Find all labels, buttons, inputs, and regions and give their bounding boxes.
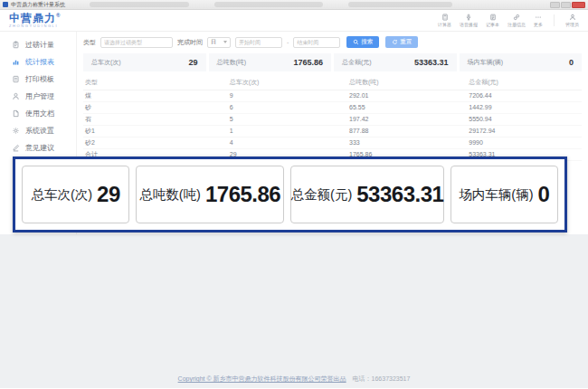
search-icon (353, 39, 359, 45)
app-header: 中营鼎力® ZHONGYUDINGLI 计算器 语音播报 记事本 注册信息 更多… (0, 10, 588, 32)
action-label: 语音播报 (460, 22, 478, 27)
gear-icon (12, 127, 20, 135)
microphone-icon (465, 14, 472, 21)
column-header-amount: 总金额(元) (467, 76, 582, 90)
user-label: 管理员 (565, 22, 579, 27)
sidebar-item-label: 系统设置 (25, 126, 54, 136)
refresh-icon (392, 39, 398, 45)
logo-subtitle: ZHONGYUDINGLI (9, 24, 61, 28)
sidebar-item-print-template[interactable]: 打印模板 (0, 71, 76, 88)
cell-tonnage: 197.42 (347, 113, 467, 125)
search-button[interactable]: 搜索 (346, 36, 379, 48)
overlay-stat-vehicles-onsite: 场内车辆(辆) 0 (450, 166, 558, 223)
cell-trips: 1 (228, 125, 347, 137)
maximize-button[interactable] (561, 2, 571, 8)
overlay-stat-value: 53363.31 (356, 182, 443, 207)
overlay-stat-label: 总金额(元) (291, 186, 353, 204)
cell-type: 砂 (83, 101, 228, 113)
cell-tonnage: 292.01 (347, 90, 467, 101)
registration-action[interactable]: 注册信息 (507, 14, 526, 27)
cell-type: 砂2 (83, 137, 228, 148)
document-icon (12, 109, 20, 118)
calculator-icon (441, 14, 449, 21)
header-actions: 计算器 语音播报 记事本 注册信息 更多 管理员 (438, 14, 579, 27)
sidebar-item-label: 用户管理 (25, 91, 54, 101)
logo-text: 中营鼎力 (9, 12, 56, 24)
cell-tonnage: 333 (347, 137, 467, 148)
stats-bar: 总车次(次) 29 总吨数(吨) 1765.86 总金额(元) 53363.31… (83, 53, 582, 71)
action-label: 更多 (534, 22, 543, 27)
cell-amount: 5550.94 (467, 113, 582, 125)
sidebar-item-documentation[interactable]: 使用文档 (0, 105, 76, 122)
overlay-stat-label: 总车次(次) (31, 186, 92, 204)
user-icon (569, 14, 576, 21)
stat-label: 总金额(元) (342, 58, 372, 67)
background-window-shape (214, 2, 323, 7)
notepad-action[interactable]: 记事本 (486, 14, 499, 27)
stat-total-trips: 总车次(次) 29 (83, 53, 206, 71)
cell-tonnage: 65.55 (347, 101, 467, 113)
reset-button[interactable]: 重置 (385, 36, 418, 48)
footer-copyright-link[interactable]: Copyright © 新乡市中营鼎力软件科技股份有限公司荣誉出品 (178, 375, 346, 382)
time-unit-select[interactable]: 日 (207, 37, 231, 48)
voice-broadcast-action[interactable]: 语音播报 (460, 14, 478, 27)
sidebar-item-user-management[interactable]: 用户管理 (0, 88, 76, 105)
overlay-stat-total-amount: 总金额(元) 53363.31 (290, 166, 444, 223)
action-label: 注册信息 (507, 22, 526, 27)
overlay-stat-label: 总吨数(吨) (139, 186, 201, 204)
table-row: 砂2 4 333 9990 (83, 137, 582, 148)
time-unit-value: 日 (211, 38, 216, 46)
more-action[interactable]: 更多 (534, 14, 543, 27)
action-label: 计算器 (438, 22, 451, 27)
sidebar-item-weighing[interactable]: 过磅计量 (0, 36, 76, 53)
cell-type: 砂1 (83, 125, 228, 137)
stat-label: 场内车辆(辆) (468, 58, 504, 67)
window-title: 中营鼎力称重计量系统 (11, 1, 65, 9)
reset-button-label: 重置 (400, 38, 412, 46)
stat-total-tonnage: 总吨数(吨) 1765.86 (209, 53, 332, 71)
column-header-trips: 总车次(次) (228, 76, 347, 90)
close-button[interactable] (572, 2, 585, 8)
end-time-input[interactable] (293, 37, 340, 48)
link-icon (513, 14, 520, 21)
calculator-action[interactable]: 计算器 (438, 14, 451, 27)
cell-amount: 9990 (467, 137, 582, 148)
sidebar-item-label: 意见建议 (25, 143, 54, 153)
weighing-type-select[interactable] (100, 37, 173, 48)
start-time-input[interactable] (235, 37, 282, 48)
sidebar-item-settings[interactable]: 系统设置 (0, 122, 76, 139)
statistics-table: 类型 总车次(次) 总吨数(吨) 总金额(元) 煤 9 292.01 7206.… (83, 76, 582, 161)
app-icon (3, 2, 8, 7)
admin-user-menu[interactable]: 管理员 (565, 14, 579, 27)
cell-trips: 6 (228, 101, 347, 113)
sidebar-item-feedback[interactable]: 意见建议 (0, 139, 76, 157)
cell-trips: 4 (228, 137, 347, 148)
notepad-icon (489, 14, 497, 21)
edit-icon (12, 144, 20, 152)
more-icon (535, 14, 542, 21)
completion-time-label: 完成时间 (177, 38, 203, 47)
magnified-stats-overlay: 总车次(次) 29 总吨数(吨) 1765.86 总金额(元) 53363.31… (13, 157, 567, 232)
footer-phone: 电话：16637323517 (353, 375, 411, 382)
type-filter-label: 类型 (83, 38, 96, 47)
sidebar-item-statistics[interactable]: 统计报表 (0, 53, 76, 71)
user-icon (12, 92, 20, 100)
column-header-tonnage: 总吨数(吨) (347, 76, 467, 90)
stat-value: 0 (569, 58, 574, 67)
cell-trips: 9 (228, 90, 347, 101)
cell-amount: 29172.94 (467, 125, 582, 137)
overlay-stat-total-trips: 总车次(次) 29 (22, 166, 129, 223)
overlay-stat-total-tonnage: 总吨数(吨) 1765.86 (136, 166, 284, 223)
background-window-shape (348, 2, 452, 7)
stat-vehicles-onsite: 场内车辆(辆) 0 (460, 53, 583, 71)
action-label: 记事本 (486, 22, 499, 27)
printer-icon (12, 75, 20, 83)
minimize-button[interactable] (550, 2, 560, 8)
background-window-shape (90, 2, 189, 7)
stat-value: 29 (188, 58, 197, 67)
overlay-stat-value: 0 (538, 182, 550, 207)
cell-type: 煤 (83, 90, 228, 101)
scale-icon (12, 41, 20, 49)
cell-amount: 7206.44 (467, 90, 582, 101)
cell-type: 石 (83, 113, 228, 125)
